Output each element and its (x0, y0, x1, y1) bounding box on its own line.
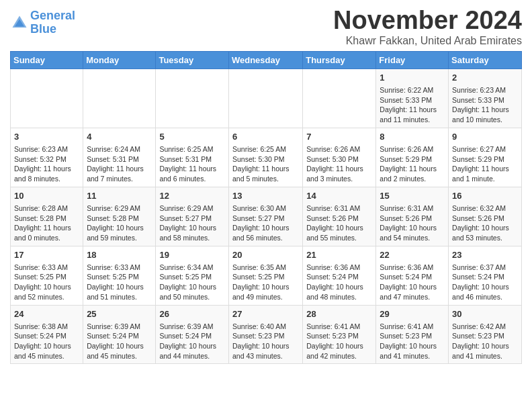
day-number: 21 (306, 249, 372, 261)
calendar-cell: 19Sunrise: 6:34 AM Sunset: 5:25 PM Dayli… (156, 246, 229, 305)
calendar-cell: 24Sunrise: 6:38 AM Sunset: 5:24 PM Dayli… (11, 305, 83, 364)
calendar-cell: 11Sunrise: 6:29 AM Sunset: 5:28 PM Dayli… (83, 187, 156, 246)
day-number: 11 (87, 190, 152, 202)
day-number: 23 (452, 249, 518, 261)
day-number: 3 (14, 131, 79, 143)
calendar-cell: 14Sunrise: 6:31 AM Sunset: 5:26 PM Dayli… (303, 187, 376, 246)
calendar-week-row: 17Sunrise: 6:33 AM Sunset: 5:25 PM Dayli… (11, 246, 522, 305)
day-info: Sunrise: 6:36 AM Sunset: 5:24 PM Dayligh… (380, 263, 445, 302)
day-number: 16 (452, 190, 518, 202)
logo-line2: Blue (30, 22, 56, 36)
day-info: Sunrise: 6:42 AM Sunset: 5:23 PM Dayligh… (452, 322, 518, 361)
calendar-cell (156, 68, 229, 128)
calendar-cell: 12Sunrise: 6:29 AM Sunset: 5:27 PM Dayli… (156, 187, 229, 246)
day-info: Sunrise: 6:34 AM Sunset: 5:25 PM Dayligh… (159, 263, 225, 302)
day-number: 30 (452, 308, 518, 320)
calendar-cell: 8Sunrise: 6:26 AM Sunset: 5:29 PM Daylig… (376, 128, 449, 187)
day-info: Sunrise: 6:29 AM Sunset: 5:27 PM Dayligh… (159, 203, 225, 243)
calendar-cell: 7Sunrise: 6:26 AM Sunset: 5:30 PM Daylig… (303, 128, 376, 187)
day-number: 5 (159, 131, 225, 143)
day-number: 2 (452, 72, 518, 84)
calendar-cell: 28Sunrise: 6:41 AM Sunset: 5:23 PM Dayli… (303, 305, 376, 364)
calendar-week-row: 10Sunrise: 6:28 AM Sunset: 5:28 PM Dayli… (11, 187, 522, 246)
day-info: Sunrise: 6:35 AM Sunset: 5:25 PM Dayligh… (232, 263, 299, 302)
day-info: Sunrise: 6:32 AM Sunset: 5:26 PM Dayligh… (452, 203, 518, 243)
calendar-cell: 29Sunrise: 6:41 AM Sunset: 5:23 PM Dayli… (376, 305, 449, 364)
calendar-cell: 25Sunrise: 6:39 AM Sunset: 5:24 PM Dayli… (83, 305, 156, 364)
day-header-friday: Friday (376, 51, 449, 68)
calendar-week-row: 3Sunrise: 6:23 AM Sunset: 5:32 PM Daylig… (11, 128, 522, 187)
day-info: Sunrise: 6:36 AM Sunset: 5:24 PM Dayligh… (306, 263, 372, 302)
day-number: 18 (87, 249, 152, 261)
calendar-week-row: 24Sunrise: 6:38 AM Sunset: 5:24 PM Dayli… (11, 305, 522, 364)
day-number: 9 (452, 131, 518, 143)
logo-text: General Blue (30, 9, 75, 36)
calendar-cell: 21Sunrise: 6:36 AM Sunset: 5:24 PM Dayli… (303, 246, 376, 305)
day-number: 25 (87, 308, 152, 320)
day-info: Sunrise: 6:30 AM Sunset: 5:27 PM Dayligh… (232, 203, 299, 243)
day-info: Sunrise: 6:29 AM Sunset: 5:28 PM Dayligh… (87, 203, 152, 243)
day-number: 28 (306, 308, 372, 320)
day-info: Sunrise: 6:39 AM Sunset: 5:24 PM Dayligh… (87, 322, 152, 361)
day-info: Sunrise: 6:25 AM Sunset: 5:31 PM Dayligh… (159, 144, 225, 184)
calendar-cell: 9Sunrise: 6:27 AM Sunset: 5:29 PM Daylig… (449, 128, 522, 187)
header-area: General Blue November 2024 Khawr Fakkan,… (10, 7, 522, 47)
location-subtitle: Khawr Fakkan, United Arab Emirates (333, 35, 522, 47)
calendar-header-row: SundayMondayTuesdayWednesdayThursdayFrid… (11, 51, 522, 68)
day-info: Sunrise: 6:25 AM Sunset: 5:30 PM Dayligh… (232, 144, 299, 184)
day-number: 22 (380, 249, 445, 261)
day-info: Sunrise: 6:26 AM Sunset: 5:30 PM Dayligh… (306, 144, 372, 184)
day-info: Sunrise: 6:31 AM Sunset: 5:26 PM Dayligh… (306, 203, 372, 243)
day-number: 8 (380, 131, 445, 143)
day-info: Sunrise: 6:39 AM Sunset: 5:24 PM Dayligh… (159, 322, 225, 361)
day-number: 13 (232, 190, 299, 202)
calendar-cell: 4Sunrise: 6:24 AM Sunset: 5:31 PM Daylig… (83, 128, 156, 187)
calendar-cell: 3Sunrise: 6:23 AM Sunset: 5:32 PM Daylig… (11, 128, 83, 187)
calendar-week-row: 1Sunrise: 6:22 AM Sunset: 5:33 PM Daylig… (11, 68, 522, 128)
day-header-wednesday: Wednesday (228, 51, 302, 68)
calendar-cell: 6Sunrise: 6:25 AM Sunset: 5:30 PM Daylig… (228, 128, 302, 187)
calendar-cell: 18Sunrise: 6:33 AM Sunset: 5:25 PM Dayli… (83, 246, 156, 305)
calendar-cell: 16Sunrise: 6:32 AM Sunset: 5:26 PM Dayli… (449, 187, 522, 246)
day-info: Sunrise: 6:22 AM Sunset: 5:33 PM Dayligh… (380, 85, 445, 125)
calendar-cell (83, 68, 156, 128)
calendar-cell: 10Sunrise: 6:28 AM Sunset: 5:28 PM Dayli… (11, 187, 83, 246)
logo-line1: General (30, 9, 75, 22)
day-info: Sunrise: 6:33 AM Sunset: 5:25 PM Dayligh… (14, 263, 79, 302)
day-info: Sunrise: 6:38 AM Sunset: 5:24 PM Dayligh… (14, 322, 79, 361)
day-number: 6 (232, 131, 299, 143)
day-number: 15 (380, 190, 445, 202)
calendar-cell: 27Sunrise: 6:40 AM Sunset: 5:23 PM Dayli… (228, 305, 302, 364)
calendar-cell (228, 68, 302, 128)
day-number: 20 (232, 249, 299, 261)
calendar-cell (11, 68, 83, 128)
day-number: 29 (380, 308, 445, 320)
day-header-thursday: Thursday (303, 51, 376, 68)
day-info: Sunrise: 6:24 AM Sunset: 5:31 PM Dayligh… (87, 144, 152, 184)
calendar-cell: 20Sunrise: 6:35 AM Sunset: 5:25 PM Dayli… (228, 246, 302, 305)
day-number: 10 (14, 190, 79, 202)
month-title: November 2024 (333, 7, 522, 35)
day-info: Sunrise: 6:26 AM Sunset: 5:29 PM Dayligh… (380, 144, 445, 184)
day-info: Sunrise: 6:33 AM Sunset: 5:25 PM Dayligh… (87, 263, 152, 302)
day-info: Sunrise: 6:27 AM Sunset: 5:29 PM Dayligh… (452, 144, 518, 184)
day-number: 17 (14, 249, 79, 261)
day-info: Sunrise: 6:23 AM Sunset: 5:32 PM Dayligh… (14, 144, 79, 184)
day-info: Sunrise: 6:31 AM Sunset: 5:26 PM Dayligh… (380, 203, 445, 243)
day-info: Sunrise: 6:40 AM Sunset: 5:23 PM Dayligh… (232, 322, 299, 361)
calendar-cell: 15Sunrise: 6:31 AM Sunset: 5:26 PM Dayli… (376, 187, 449, 246)
day-info: Sunrise: 6:28 AM Sunset: 5:28 PM Dayligh… (14, 203, 79, 243)
calendar-cell: 1Sunrise: 6:22 AM Sunset: 5:33 PM Daylig… (376, 68, 449, 128)
calendar-cell: 17Sunrise: 6:33 AM Sunset: 5:25 PM Dayli… (11, 246, 83, 305)
day-number: 12 (159, 190, 225, 202)
day-number: 24 (14, 308, 79, 320)
day-info: Sunrise: 6:41 AM Sunset: 5:23 PM Dayligh… (380, 322, 445, 361)
day-number: 14 (306, 190, 372, 202)
calendar-cell: 5Sunrise: 6:25 AM Sunset: 5:31 PM Daylig… (156, 128, 229, 187)
logo-icon (10, 13, 29, 32)
day-header-tuesday: Tuesday (156, 51, 229, 68)
calendar-cell: 23Sunrise: 6:37 AM Sunset: 5:24 PM Dayli… (449, 246, 522, 305)
day-number: 7 (306, 131, 372, 143)
calendar-table: SundayMondayTuesdayWednesdayThursdayFrid… (10, 51, 522, 365)
day-header-saturday: Saturday (449, 51, 522, 68)
